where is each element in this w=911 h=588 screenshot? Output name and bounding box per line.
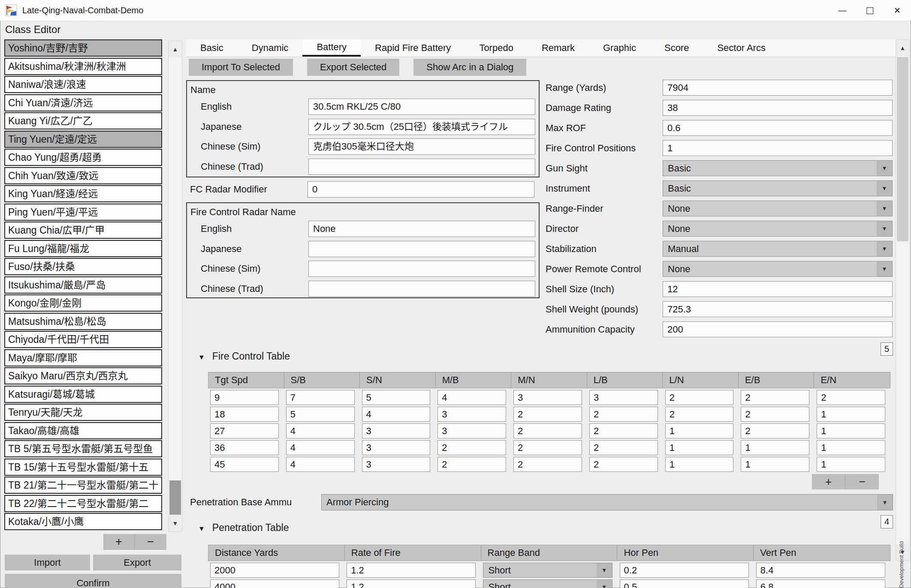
ship-list-item[interactable]: Chao Yung/超勇/超勇 — [4, 149, 162, 166]
table-cell-input[interactable]: 4 — [286, 457, 355, 472]
ship-list-item[interactable]: Saikyo Maru/西京丸/西京丸 — [4, 367, 162, 384]
stabilization-select[interactable]: Manual — [663, 241, 893, 257]
table-cell-input[interactable]: 9 — [210, 390, 279, 405]
ship-list-item[interactable]: Kotaka/小鷹/小鹰 — [4, 513, 162, 530]
collapse-triangle-icon[interactable] — [198, 522, 205, 534]
ship-list-item[interactable]: Naniwa/浪速/浪速 — [4, 76, 162, 93]
add-class-button[interactable]: + — [103, 534, 135, 550]
ship-list-item[interactable]: Fuso/扶桑/扶桑 — [4, 258, 162, 275]
table-cell-input[interactable]: 1.2 — [347, 563, 476, 578]
fcr-chinese-sim-input[interactable] — [308, 261, 535, 277]
table-cell-input[interactable]: 36 — [210, 440, 279, 455]
fcr-chinese-trad-input[interactable] — [308, 281, 535, 297]
table-cell-input[interactable]: 1 — [817, 440, 885, 455]
range-band-select[interactable]: Short — [483, 563, 612, 578]
penetration-base-ammu-select[interactable]: Armor Piercing — [321, 494, 893, 510]
ship-list-item[interactable]: Chi Yuan/済遠/济远 — [4, 94, 162, 111]
import-to-selected-button[interactable]: Import To Selected — [189, 59, 293, 76]
export-button[interactable]: Export — [93, 555, 181, 570]
fcr-english-input[interactable]: None — [308, 221, 535, 237]
scroll-up-icon[interactable] — [169, 41, 182, 57]
table-cell-input[interactable]: 2 — [513, 407, 582, 422]
close-button[interactable]: ✕ — [884, 0, 911, 21]
table-cell-input[interactable]: 1 — [741, 440, 809, 455]
table-cell-input[interactable]: 3 — [437, 407, 506, 422]
confirm-button[interactable]: Confirm — [5, 574, 181, 588]
import-button[interactable]: Import — [5, 555, 90, 570]
range-finder-select[interactable]: None — [663, 201, 893, 216]
minimize-button[interactable]: — — [829, 0, 856, 21]
table-cell-input[interactable]: 45 — [210, 457, 279, 472]
ship-list-item[interactable]: Fu Lung/福龍/福龙 — [4, 240, 162, 257]
scrollbar-thumb[interactable] — [169, 480, 181, 515]
damage-rating-input[interactable]: 38 — [663, 100, 893, 116]
shell-weight-pounds-input[interactable]: 725.3 — [663, 301, 893, 317]
name-english-input[interactable]: 30.5cm RKL/25 C/80 — [308, 99, 535, 115]
tab-battery[interactable]: Battery — [302, 39, 361, 57]
ship-list-item[interactable]: Kongo/金剛/金刚 — [4, 294, 162, 312]
table-cell-input[interactable]: 4 — [437, 390, 506, 405]
tab-rapid-fire-battery[interactable]: Rapid Fire Battery — [361, 39, 465, 57]
fire-control-positions-input[interactable]: 1 — [663, 140, 893, 156]
tab-dynamic[interactable]: Dynamic — [238, 39, 303, 57]
table-cell-input[interactable]: 1 — [817, 407, 885, 422]
scroll-down-icon[interactable] — [169, 515, 182, 531]
table-cell-input[interactable]: 2 — [589, 457, 658, 472]
name-chinese-trad-input[interactable] — [308, 159, 535, 175]
fc-radar-modifier-input[interactable]: 0 — [308, 181, 534, 198]
name-japanese-input[interactable]: クルップ 30.5cm（25口径）後装填式ライフル — [308, 119, 535, 135]
table-cell-input[interactable]: 3 — [589, 390, 658, 405]
fc-table-remove-row-button[interactable]: − — [845, 474, 879, 489]
ship-list-item[interactable]: Katsuragi/葛城/葛城 — [4, 386, 162, 403]
ship-list-item[interactable]: Itsukushima/厳島/严岛 — [4, 276, 162, 294]
table-cell-input[interactable]: 8.4 — [756, 563, 885, 578]
table-cell-input[interactable]: 2 — [741, 423, 809, 438]
table-cell-input[interactable]: 2 — [665, 407, 734, 422]
table-cell-input[interactable]: 4 — [362, 407, 431, 422]
ship-list-item[interactable]: TB 15/第十五号型水雷艇/第十五 — [4, 459, 162, 476]
ship-list-item[interactable]: Takao/高雄/高雄 — [4, 422, 162, 439]
table-cell-input[interactable]: 3 — [362, 457, 431, 472]
table-cell-input[interactable]: 2 — [589, 440, 658, 455]
table-cell-input[interactable]: 2 — [437, 440, 506, 455]
table-cell-input[interactable]: 7 — [286, 390, 355, 405]
ship-list-item[interactable]: Chiyoda/千代田/千代田 — [4, 331, 162, 348]
table-cell-input[interactable]: 0.2 — [620, 563, 749, 578]
table-cell-input[interactable]: 1 — [665, 440, 734, 455]
table-cell-input[interactable]: 1 — [741, 457, 809, 472]
table-cell-input[interactable]: 1 — [817, 457, 885, 472]
tab-sector-arcs[interactable]: Sector Arcs — [703, 39, 779, 57]
range-band-select[interactable]: Short — [483, 579, 612, 588]
main-scrollbar[interactable] — [896, 39, 910, 561]
fc-table-add-row-button[interactable]: + — [812, 474, 845, 489]
table-cell-input[interactable]: 1 — [665, 423, 734, 438]
table-cell-input[interactable]: 6.8 — [756, 579, 885, 588]
table-cell-input[interactable]: 4 — [286, 423, 355, 438]
table-cell-input[interactable]: 4 — [286, 440, 355, 455]
table-cell-input[interactable]: 3 — [362, 423, 431, 438]
fire-control-count-box[interactable]: 5 — [881, 342, 893, 356]
maximize-button[interactable]: □ — [856, 0, 884, 21]
tab-remark[interactable]: Remark — [528, 39, 589, 57]
fcr-japanese-input[interactable] — [308, 241, 535, 257]
table-cell-input[interactable]: 3 — [513, 390, 582, 405]
tab-score[interactable]: Score — [650, 39, 703, 57]
tab-basic[interactable]: Basic — [186, 39, 238, 57]
ship-list-item[interactable]: TB 22/第二十二号型水雷艇/第二 — [4, 495, 162, 512]
collapse-triangle-icon[interactable] — [198, 351, 205, 362]
table-cell-input[interactable]: 3 — [437, 423, 506, 438]
table-cell-input[interactable]: 2 — [741, 390, 809, 405]
remove-class-button[interactable]: − — [135, 534, 166, 550]
table-cell-input[interactable]: 1 — [665, 457, 734, 472]
ship-list-item[interactable]: Akitsushima/秋津洲/秋津洲 — [4, 58, 162, 75]
ship-list-item[interactable]: Yoshino/吉野/吉野 — [4, 39, 162, 57]
ship-list-item[interactable]: Kuang Yi/広乙/广乙 — [4, 112, 162, 129]
table-cell-input[interactable]: 27 — [210, 423, 279, 438]
table-cell-input[interactable]: 2 — [513, 457, 582, 472]
max-rof-input[interactable]: 0.6 — [663, 120, 893, 136]
ship-list-item[interactable]: TB 5/第五号型水雷艇/第五号型鱼 — [4, 440, 162, 457]
scroll-up-icon[interactable] — [896, 40, 909, 56]
ship-list-item[interactable]: Chih Yuan/致遠/致远 — [4, 167, 162, 184]
ship-list-item[interactable]: King Yuan/経遠/经远 — [4, 185, 162, 202]
table-cell-input[interactable]: 0.5 — [620, 579, 749, 588]
